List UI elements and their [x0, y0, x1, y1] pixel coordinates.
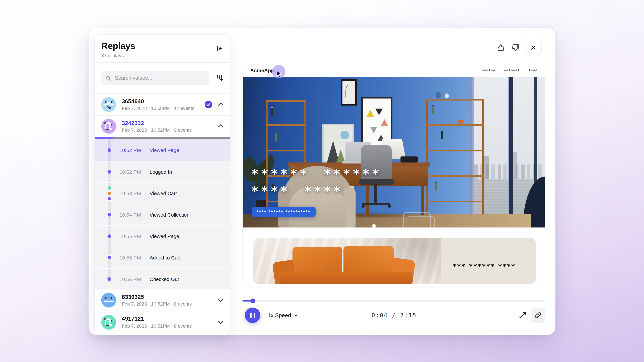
hero-vase: [436, 92, 441, 99]
search-input[interactable]: [114, 75, 205, 81]
decor-shape: [292, 247, 342, 273]
session-row[interactable]: 3654640 Feb 7, 2023 · 10:58PM · 12 event…: [94, 94, 230, 116]
hero-masked-heading-line2: **** ****: [252, 184, 343, 199]
decor-shape: [375, 109, 383, 115]
decor-shape: [426, 175, 484, 177]
event-row[interactable]: 10:54 PMViewed Collection: [94, 204, 230, 225]
decor-shape: [426, 124, 484, 126]
chevron-up-icon[interactable]: [217, 123, 224, 130]
session-progress-bar: [94, 137, 230, 139]
decor-shape: [400, 157, 418, 163]
playback-scrubber[interactable]: [242, 300, 546, 302]
product-info-panel: *** ****** ****: [441, 238, 536, 284]
event-row[interactable]: 10:55 PMViewed Page: [94, 225, 230, 247]
event-name: Checked Out: [150, 276, 179, 282]
session-text: 3654640 Feb 7, 2023 · 10:58PM · 12 event…: [122, 98, 194, 111]
session-text: 4917121 Feb 7, 2023 · 10:51PM · 8 events: [122, 316, 192, 329]
masked-nav-item: ****: [528, 68, 538, 72]
event-dot: [107, 196, 112, 201]
replays-sidebar: Replays 37 replays 3654640 Feb 7, 2023 ·…: [94, 34, 230, 335]
session-avatar: [101, 315, 116, 330]
event-time: 10:55 PM: [120, 233, 141, 239]
fullscreen-button[interactable]: [515, 308, 530, 323]
copy-link-button[interactable]: [531, 308, 546, 323]
session-progress-fill: [94, 137, 114, 139]
decor-shape: [362, 203, 390, 205]
event-row[interactable]: 10:52 PMViewed Page: [94, 139, 230, 161]
chevron-up-icon[interactable]: [217, 101, 224, 108]
expand-icon: [518, 311, 526, 319]
thumbs-down-button[interactable]: [510, 42, 521, 53]
decor-shape: [366, 110, 374, 117]
decor-shape: [388, 205, 391, 208]
event-row[interactable]: 10:56 PMChecked Out: [94, 268, 230, 289]
hero-shelf-right: [426, 99, 484, 214]
decor-shape: [426, 150, 484, 152]
event-row[interactable]: 10:52 PMLogged In: [94, 161, 230, 182]
close-button[interactable]: [524, 39, 542, 56]
pause-icon: [254, 313, 255, 318]
session-row[interactable]: 4917121 Feb 7, 2023 · 10:51PM · 8 events: [94, 311, 230, 333]
scrubber-knob[interactable]: [250, 298, 255, 303]
event-time: 10:52 PM: [120, 169, 141, 175]
masked-nav-item: *******: [504, 68, 520, 72]
event-time: 10:54 PM: [120, 212, 141, 218]
event-time: 10:52 PM: [120, 147, 141, 153]
sort-button[interactable]: [215, 73, 226, 84]
replay-modal: Replays 37 replays 3654640 Feb 7, 2023 ·…: [88, 28, 556, 335]
session-row[interactable]: 8339325 Feb 7, 2023 · 10:52PM · 8 events: [94, 289, 230, 311]
event-dot: [107, 234, 112, 239]
event-row[interactable]: 10:53 PMViewed Cart: [94, 182, 230, 204]
event-dots: [107, 255, 112, 260]
session-list: 3654640 Feb 7, 2023 · 10:58PM · 12 event…: [94, 94, 230, 333]
session-check-badge: [204, 101, 212, 108]
session-row[interactable]: 3242332 Feb 7, 2023 · 10:52PM · 9 events: [94, 116, 230, 137]
speed-label: 1x Speed: [268, 312, 291, 319]
event-name: Added to Cart: [150, 255, 180, 260]
replayed-nav-masked: *****************: [482, 64, 538, 77]
event-dots: [107, 212, 112, 217]
session-meta: Feb 7, 2023 · 10:51PM · 8 events: [122, 323, 192, 329]
session-avatar: [101, 119, 116, 134]
replay-viewer: AcmeApp *****************: [242, 64, 546, 287]
event-dot: [107, 169, 112, 174]
decor-shape: [381, 119, 388, 126]
event-row[interactable]: 10:55 PMAdded to Cart: [94, 247, 230, 268]
sort-descending-icon: [216, 74, 224, 83]
thumbs-up-icon: [496, 43, 505, 52]
hero-masked-heading-line1: ****** ******: [252, 167, 382, 181]
collapse-left-icon: [215, 44, 224, 53]
event-dot: [107, 148, 112, 153]
mouse-cursor-icon: [276, 70, 282, 77]
event-dots: [107, 234, 112, 239]
chevron-down-icon[interactable]: [217, 297, 224, 304]
session-text: 8339325 Feb 7, 2023 · 10:52PM · 8 events: [122, 294, 192, 307]
hero-picture-frame-sketch: [341, 79, 357, 106]
decor-shape: [426, 99, 484, 101]
decor-shape: [266, 124, 306, 126]
session-id: 3242332: [122, 120, 192, 126]
hero-window-mullion: [508, 77, 513, 227]
product-card: *** ****** ****: [253, 238, 536, 284]
hero-masked-cta-button: **** ****** **********: [252, 207, 316, 217]
session-meta: Feb 7, 2023 · 10:52PM · 8 events: [122, 301, 192, 307]
page-title: Replays: [101, 41, 223, 51]
event-name: Viewed Collection: [150, 212, 190, 218]
pause-button[interactable]: [245, 308, 260, 323]
chevron-down-icon[interactable]: [217, 319, 224, 326]
product-masked-text: *** ****** ****: [453, 262, 516, 270]
decor-shape: [374, 184, 377, 203]
decor-shape: [362, 205, 364, 208]
event-time: 10:56 PM: [120, 276, 141, 282]
search-box[interactable]: [101, 71, 209, 85]
thumbs-up-button[interactable]: [495, 42, 506, 53]
pause-icon: [250, 313, 252, 318]
session-text: 3242332 Feb 7, 2023 · 10:52PM · 9 events: [122, 120, 192, 133]
replay-count: 37 replays: [101, 53, 223, 58]
screen: Replays 37 replays 3654640 Feb 7, 2023 ·…: [0, 0, 644, 362]
playback-speed-selector[interactable]: 1x Speed: [266, 308, 300, 323]
session-avatar: [101, 97, 116, 112]
collapse-sidebar-button[interactable]: [214, 43, 224, 54]
event-dots: [107, 185, 112, 201]
event-dots: [107, 169, 112, 174]
